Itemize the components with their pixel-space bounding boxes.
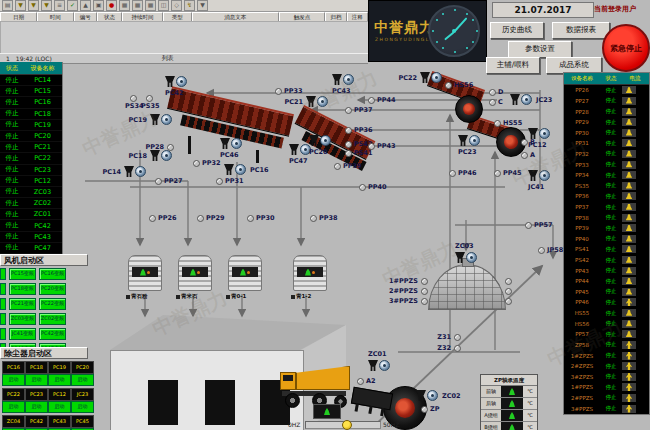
device-row-PC23[interactable]: 停止PC23 [0,165,62,176]
device-row-2#ZPZS[interactable]: 2#ZPZS停止 [564,361,649,372]
dust-start-button-PC23[interactable]: 启动 [25,401,48,413]
device-row-PS41[interactable]: PS41停止 [564,244,649,255]
device-PC12[interactable] [528,128,550,139]
fan-button-PC15变频[interactable]: PC15变频 [9,268,36,280]
toolbar-icon-8[interactable]: ▣ [93,0,104,11]
device-ZC03[interactable] [455,252,477,263]
device-row-3#PPZS[interactable]: 3#PPZS停止 [564,403,649,414]
device-row-PS35[interactable]: PS35停止 [564,180,649,191]
silo-青1-2[interactable] [293,255,327,291]
device-PC18[interactable] [150,150,172,161]
device-row-PC22[interactable]: 停止PC22 [0,153,62,164]
device-row-PC18[interactable]: 停止PC18 [0,109,62,120]
toolbar-icon-13[interactable]: ◫ [158,0,169,11]
toolbar-icon-9[interactable]: ● [106,0,117,11]
device-row-PC20[interactable]: 停止PC20 [0,131,62,142]
toolbar-icon-12[interactable]: ▦ [145,0,156,11]
dome-storage[interactable] [428,264,506,310]
device-PC22[interactable] [420,72,442,83]
device-PC14[interactable] [124,166,146,177]
alarm-list-area[interactable] [0,21,370,55]
device-row-PP39[interactable]: PP39停止 [564,223,649,234]
device-PC19[interactable] [150,114,172,125]
fan-button-clipped[interactable] [0,328,6,340]
device-row-HS56[interactable]: HS56停止 [564,318,649,329]
fan-button-PC42变频[interactable]: PC42变频 [39,328,66,340]
device-row-PP38[interactable]: PP38停止 [564,212,649,223]
device-row-PP37[interactable]: PP37停止 [564,202,649,213]
device-row-ZP58[interactable]: ZP58停止 [564,340,649,351]
feed-system-button[interactable]: 主辅/喂料 [486,57,540,74]
device-PC46[interactable] [220,138,242,149]
fan-button-PC22变频[interactable]: PC22变频 [39,298,66,310]
toolbar-icon-16[interactable]: ▼ [197,0,208,11]
device-row-PP45[interactable]: PP45停止 [564,287,649,298]
device-PC23[interactable] [458,135,480,146]
dust-start-button-PC18[interactable]: 启动 [25,374,48,386]
device-row-PP46[interactable]: PP46停止 [564,297,649,308]
toolbar-icon-10[interactable]: ▦ [119,0,130,11]
dust-start-button-PC16[interactable]: 启动 [2,374,25,386]
fan-button-JC41变频[interactable]: JC41变频 [9,328,36,340]
crusher-2[interactable] [496,127,526,157]
device-row-PP34[interactable]: PP34停止 [564,170,649,181]
device-row-PC16[interactable]: 停止PC16 [0,97,62,108]
toolbar-icon-6[interactable]: ✓ [67,0,78,11]
dust-start-button-PC22[interactable]: 启动 [2,401,25,413]
toolbar-icon-11[interactable]: ▦ [132,0,143,11]
device-row-PP57[interactable]: PP57停止 [564,329,649,340]
device-row-PP31[interactable]: PP31停止 [564,138,649,149]
device-JC41[interactable] [528,170,550,181]
device-PC21[interactable] [306,96,328,107]
device-PC42[interactable] [165,76,187,87]
device-row-1#PPZS[interactable]: 1#PPZS停止 [564,382,649,393]
device-PC47[interactable] [289,144,311,155]
history-curve-button[interactable]: 历史曲线 [490,22,544,39]
toolbar-icon-5[interactable]: ≡ [54,0,65,11]
toolbar-icon-4[interactable]: ▼ [41,0,52,11]
fan-button-PC16变频[interactable]: PC16变频 [39,268,66,280]
device-row-PS42[interactable]: PS42停止 [564,255,649,266]
device-row-PP43[interactable]: PP43停止 [564,265,649,276]
device-row-PC43[interactable]: 停止PC43 [0,232,62,243]
device-row-PP44[interactable]: PP44停止 [564,276,649,287]
parameter-settings-button[interactable]: 参数设置 [508,41,572,58]
fan-button-PC18变频[interactable]: PC18变频 [9,283,36,295]
toolbar-icon-14[interactable]: ◇ [171,0,182,11]
toolbar-icon-7[interactable]: ▲ [80,0,91,11]
silo-青0-1[interactable] [228,255,262,291]
dust-start-button-PC12[interactable]: 启动 [48,401,71,413]
fan-button-PC21变频[interactable]: PC21变频 [9,298,36,310]
dust-start-button-PC20[interactable]: 启动 [71,374,94,386]
fan-button-clipped[interactable] [0,283,6,295]
device-row-PC21[interactable]: 停止PC21 [0,142,62,153]
device-PC43[interactable] [332,74,354,85]
fan-button-ZC03变频[interactable]: ZC03变频 [9,313,36,325]
device-row-ZC01[interactable]: 停止ZC01 [0,209,62,220]
fan-button-clipped[interactable] [0,313,6,325]
fan-button-clipped[interactable] [0,268,6,280]
device-row-PP36[interactable]: PP36停止 [564,191,649,202]
device-ZC02[interactable] [416,390,438,401]
device-row-3#ZPZS[interactable]: 3#ZPZS停止 [564,371,649,382]
device-row-PP40[interactable]: PP40停止 [564,234,649,245]
device-row-PC12[interactable]: 停止PC12 [0,176,62,187]
dust-start-button-JC23[interactable]: 启动 [71,401,94,413]
device-row-PC14[interactable]: 停止PC14 [0,75,62,86]
device-ZC01[interactable] [368,360,390,371]
device-JC23[interactable] [510,94,532,105]
toolbar-icon-2[interactable]: ▼ [15,0,26,11]
device-row-PP30[interactable]: PP30停止 [564,127,649,138]
device-row-ZC03[interactable]: 停止ZC03 [0,187,62,198]
device-row-PP33[interactable]: PP33停止 [564,159,649,170]
device-row-PP28[interactable]: PP28停止 [564,106,649,117]
device-row-PC15[interactable]: 停止PC15 [0,86,62,97]
toolbar-icon-15[interactable]: ↯ [184,0,195,11]
device-row-PC47[interactable]: 停止PC47 [0,243,62,254]
feeder-conveyor[interactable] [351,387,393,411]
toolbar-icon-3[interactable]: ▼ [28,0,39,11]
fan-button-ZC02变频[interactable]: ZC02变频 [39,313,66,325]
device-row-HS55[interactable]: HS55停止 [564,308,649,319]
device-row-PP26[interactable]: PP26停止 [564,85,649,96]
silo-青米石[interactable] [178,255,212,291]
